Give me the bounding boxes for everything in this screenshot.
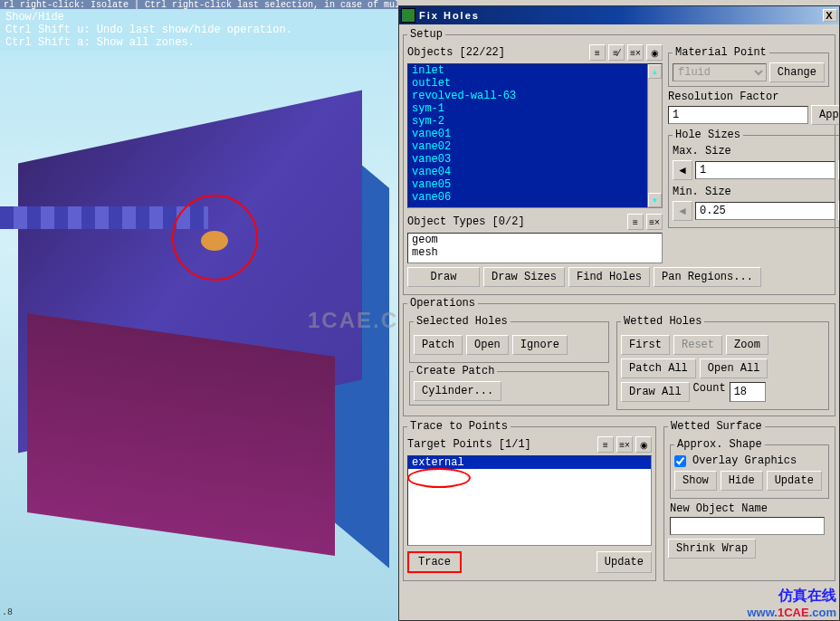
reset-button[interactable]: Reset [673,335,722,355]
overlay-checkbox[interactable]: Overlay Graphics [674,454,825,467]
scrollbar[interactable]: ▴▾ [647,64,662,207]
list-item[interactable]: vane03 [408,153,662,166]
hint-box: Show/Hide Ctrl Shift u: Undo last show/h… [0,9,398,51]
wetted-holes-legend: Wetted Holes [621,315,704,328]
update-button[interactable]: Update [597,551,652,573]
list-item[interactable]: vane04 [408,166,662,178]
create-patch-group: Create Patch Cylinder... [409,365,609,406]
min-size-input[interactable] [695,202,835,220]
list-item[interactable]: external [408,456,651,469]
trace-group: Trace to Points Target Points [1/1] ≡ ≡×… [403,420,656,581]
list-item[interactable]: inlet [408,64,662,77]
list-item[interactable]: vane01 [408,128,662,140]
types-label: Object Types [0/2] [407,215,525,228]
select-all-button[interactable]: ≡ [627,214,644,230]
top-hint-bar: rl right-click: Isolate | Ctrl right-cli… [0,0,398,9]
patch-button[interactable]: Patch [414,335,463,355]
update-button[interactable]: Update [767,471,822,491]
decrease-button[interactable]: ◄ [673,160,692,180]
model-3d[interactable]: 1CAE.COM [0,72,398,561]
branding-url: www.1CAE.com [748,606,837,619]
operations-group: Operations Selected Holes Patch Open Ign… [403,297,835,416]
draw-sizes-button[interactable]: Draw Sizes [483,267,565,287]
draw-button[interactable]: Draw [407,267,480,287]
max-size-input[interactable] [695,161,835,179]
material-point-group: Material Point fluid Change [668,46,829,87]
select-pattern-button[interactable]: ≡⁄ [608,44,625,61]
resolution-input[interactable] [668,106,808,124]
cylinder-button[interactable]: Cylinder... [414,381,501,401]
max-size-label: Max. Size [673,145,731,158]
trace-button[interactable]: Trace [407,551,462,573]
find-holes-button[interactable]: Find Holes [568,267,650,287]
footer-coord: .8 [2,607,13,617]
types-list[interactable]: geom mesh [407,233,663,263]
select-all-button[interactable]: ≡ [597,436,614,453]
shrink-wrap-button[interactable]: Shrink Wrap [668,539,756,559]
hint-title: Show/Hide [5,11,393,24]
hide-button[interactable]: Hide [721,471,763,491]
hint-line: Ctrl Shift a: Show all zones. [5,36,393,49]
increase-button[interactable]: ► [838,160,839,180]
select-visible-button[interactable]: ◉ [635,436,652,453]
list-item[interactable]: vane05 [408,178,662,191]
resolution-label: Resolution Factor [668,91,778,103]
approx-shape-group: Approx. Shape Overlay Graphics Show Hide… [670,438,829,499]
list-item[interactable]: outlet [408,77,662,90]
trace-legend: Trace to Points [407,420,511,433]
viewport-3d[interactable]: rl right-click: Isolate | Ctrl right-cli… [0,0,398,621]
list-item[interactable]: vane02 [408,140,662,153]
deselect-button[interactable]: ≡× [646,214,663,230]
material-combo[interactable]: fluid [673,63,767,81]
highlight-circle [172,195,258,281]
increase-button[interactable]: ► [838,201,839,221]
open-all-button[interactable]: Open All [700,358,768,378]
target-list[interactable]: external [407,455,652,546]
new-name-input[interactable] [670,517,825,535]
select-all-button[interactable]: ≡ [589,44,606,61]
zoom-button[interactable]: Zoom [726,335,768,355]
list-item[interactable]: sym-2 [408,115,662,128]
count-value [730,382,766,402]
pan-regions-button[interactable]: Pan Regions... [654,267,761,287]
list-item[interactable]: geom [408,234,662,246]
branding: 仿真在线 www.1CAE.com [748,587,837,619]
objects-list[interactable]: ▴▾ inlet outlet revolved-wall-63 sym-1 s… [407,63,663,208]
wetted-surface-group: Wetted Surface Approx. Shape Overlay Gra… [663,420,835,581]
close-button[interactable]: X [823,9,837,22]
approx-shape-legend: Approx. Shape [674,438,765,451]
deselect-button[interactable]: ≡× [616,436,633,453]
apply-button[interactable]: Apply [811,105,839,125]
hole-sizes-legend: Hole Sizes [673,129,743,141]
objects-label: Objects [22/22] [407,46,505,59]
first-button[interactable]: First [621,335,670,355]
wetted-surface-legend: Wetted Surface [668,420,765,433]
draw-all-button[interactable]: Draw All [621,382,690,402]
overlay-check-input[interactable] [674,455,686,467]
patch-all-button[interactable]: Patch All [621,358,696,378]
count-label: Count [693,382,726,402]
dialog-title: Fix Holes [419,10,480,21]
selected-holes-group: Selected Holes Patch Open Ignore [409,315,609,363]
branding-cn: 仿真在线 [748,587,837,606]
new-name-label: New Object Name [670,502,829,515]
fix-holes-dialog: Fix Holes X Setup Objects [22/22] ≡ ≡⁄ ≡… [398,5,840,621]
list-item[interactable]: mesh [408,246,662,259]
hole-sizes-group: Hole Sizes Max. Size ◄ ► Min. Size ◄ ► [668,129,839,228]
select-visible-button[interactable]: ◉ [646,44,663,61]
decrease-button[interactable]: ◄ [673,201,692,221]
show-button[interactable]: Show [674,471,717,491]
change-button[interactable]: Change [769,62,825,82]
list-item[interactable]: sym-1 [408,102,662,115]
list-item[interactable]: revolved-wall-63 [408,90,662,102]
setup-group: Setup Objects [22/22] ≡ ≡⁄ ≡× ◉ ▴▾ [403,28,835,295]
min-size-label: Min. Size [673,186,731,198]
open-button[interactable]: Open [466,335,509,355]
deselect-button[interactable]: ≡× [627,44,644,61]
setup-legend: Setup [407,28,445,41]
titlebar[interactable]: Fix Holes X [399,6,839,24]
material-legend: Material Point [673,46,769,59]
ignore-button[interactable]: Ignore [512,335,568,355]
create-patch-legend: Create Patch [414,365,497,377]
list-item[interactable]: vane06 [408,191,662,204]
